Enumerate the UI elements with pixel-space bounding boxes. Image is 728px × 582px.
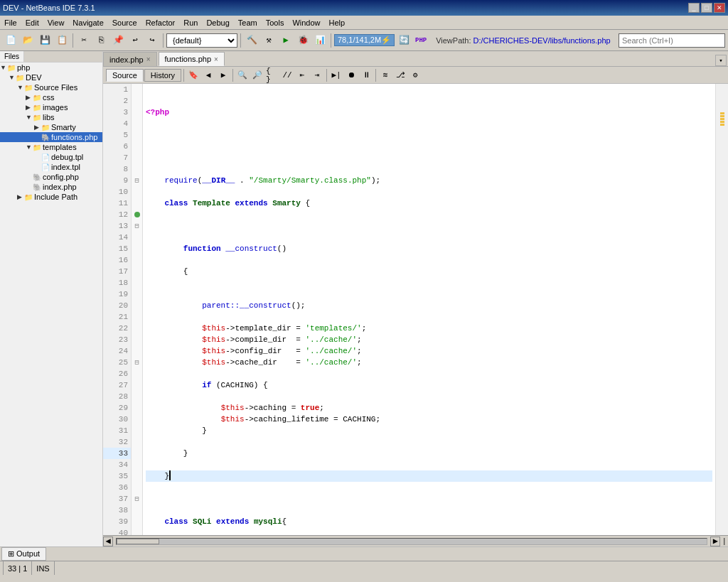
tab-functions-php[interactable]: functions.php × [159, 52, 225, 66]
refresh-button[interactable]: 🔄 [396, 33, 412, 48]
tree-item-templates[interactable]: ▼ 📁templates [0, 142, 102, 152]
code-line-12[interactable] [146, 232, 712, 243]
code-line-29[interactable]: } [146, 425, 712, 436]
menu-refactor[interactable]: Refactor [141, 17, 180, 28]
window-controls[interactable]: _ □ ✕ [688, 3, 725, 13]
toggle-breakpoint-btn[interactable]: ⏺ [344, 69, 358, 82]
toggle-line-bp-btn[interactable]: ⏸ [359, 69, 373, 82]
tree-item-libs[interactable]: ▼ 📁libs [0, 112, 102, 122]
build-button[interactable]: ⚒ [261, 33, 277, 48]
code-line-24[interactable] [146, 368, 712, 379]
tree-item-images[interactable]: ▶ 📁images [0, 102, 102, 112]
match-bracket-btn[interactable]: { } [265, 69, 279, 82]
tree-item-index.tpl[interactable]: 📄index.tpl [0, 162, 102, 172]
code-line-22[interactable]: $this->config_dir = '../cache/'; [146, 345, 712, 357]
horizontal-scrollbar[interactable]: ◀ ▶ | [103, 535, 728, 546]
open-file-button[interactable]: 📂 [20, 33, 36, 48]
next-bookmark-btn[interactable]: ▶ [216, 69, 230, 82]
tree-item-index.php[interactable]: 🐘index.php [0, 182, 102, 192]
toggle-bookmark-btn[interactable]: 🔖 [186, 69, 200, 82]
shift-left-btn[interactable]: ⇤ [295, 69, 309, 82]
run-to-cursor-btn[interactable]: ▶| [329, 69, 343, 82]
tree-item-Source Files[interactable]: ▼ 📁Source Files [0, 82, 102, 92]
maximize-button[interactable]: □ [701, 3, 712, 13]
code-line-11[interactable] [146, 220, 712, 232]
code-editor[interactable]: <?php require(__DIR__ . "/Smarty/Smarty.… [143, 84, 715, 535]
code-line-25[interactable]: if (CACHING) { [146, 379, 712, 391]
menu-edit[interactable]: Edit [21, 17, 43, 28]
code-line-26[interactable] [146, 391, 712, 402]
save-all-button[interactable]: 📋 [54, 33, 70, 48]
code-line-28[interactable]: $this->caching_lifetime = CACHING; [146, 414, 712, 425]
tree-item-debug.tpl[interactable]: 📄debug.tpl [0, 152, 102, 162]
close-index-tab[interactable]: × [146, 55, 151, 63]
code-line-35[interactable] [146, 493, 712, 505]
scroll-right-btn[interactable]: ▶ [710, 537, 720, 546]
fold-btn-37[interactable]: ⊟ [134, 495, 139, 503]
code-line-27[interactable]: $this->caching = true; [146, 402, 712, 414]
history-tab[interactable]: History [144, 69, 181, 82]
prev-bookmark-btn[interactable]: ◀ [201, 69, 215, 82]
hscroll-track[interactable] [116, 538, 707, 545]
code-line-16[interactable] [146, 277, 712, 289]
php-button[interactable]: PHP [413, 33, 429, 48]
menu-navigate[interactable]: Navigate [68, 17, 107, 28]
code-line-8[interactable] [146, 186, 712, 198]
code-line-15[interactable]: { [146, 266, 712, 277]
settings-btn[interactable]: ⚙ [408, 69, 422, 82]
menu-file[interactable]: File [0, 17, 21, 28]
minimize-button[interactable]: _ [688, 3, 700, 13]
fold-btn-13[interactable]: ⊟ [134, 222, 139, 230]
scroll-left-btn[interactable]: ◀ [103, 537, 113, 546]
sidebar-tab-files[interactable]: Files [0, 51, 24, 62]
redo-button[interactable]: ↪ [144, 33, 160, 48]
code-line-6[interactable] [146, 163, 712, 175]
cut-button[interactable]: ✂ [76, 33, 92, 48]
code-line-14[interactable] [146, 254, 712, 266]
shift-right-btn[interactable]: ⇥ [310, 69, 324, 82]
code-line-21[interactable]: $this->compile_dir = '../cache/'; [146, 334, 712, 345]
code-line-32[interactable] [146, 459, 712, 470]
code-line-5[interactable] [146, 152, 712, 163]
code-content[interactable]: <?php require(__DIR__ . "/Smarty/Smarty.… [143, 84, 715, 535]
menu-view[interactable]: View [43, 17, 69, 28]
code-line-36[interactable] [146, 505, 712, 516]
run-button[interactable]: ▶ [278, 33, 294, 48]
code-line-4[interactable] [146, 141, 712, 152]
toggle-comment-btn[interactable]: // [280, 69, 294, 82]
zoom-in-btn[interactable]: 🔎 [250, 69, 264, 82]
close-button[interactable]: ✕ [714, 3, 725, 13]
zoom-out-btn[interactable]: 🔍 [235, 69, 250, 82]
source-tab[interactable]: Source [106, 69, 144, 82]
counter-display[interactable]: 78,1/141,2M⚡ [334, 34, 395, 46]
code-line-2[interactable] [146, 118, 712, 129]
code-line-7[interactable]: require(__DIR__ . "/Smarty/Smarty.class.… [146, 175, 712, 186]
tree-item-css[interactable]: ▶ 📁css [0, 92, 102, 102]
output-tab[interactable]: ⊞ Output [1, 547, 46, 561]
profile-button[interactable]: 📊 [312, 33, 328, 48]
fold-btn-9[interactable]: ⊟ [134, 176, 139, 185]
menu-team[interactable]: Team [234, 17, 262, 28]
tree-item-functions.php[interactable]: 🐘functions.php [0, 132, 102, 142]
clean-button[interactable]: 🔨 [244, 33, 259, 48]
code-line-10[interactable] [146, 209, 712, 220]
new-file-button[interactable]: 📄 [3, 33, 18, 48]
code-line-30[interactable] [146, 436, 712, 448]
menu-window[interactable]: Window [288, 17, 324, 28]
code-line-3[interactable] [146, 129, 712, 141]
hscroll-thumb[interactable] [117, 539, 159, 544]
code-line-34[interactable] [146, 482, 712, 493]
tree-item-Include Path[interactable]: ▶ 📁Include Path [0, 192, 102, 202]
paste-button[interactable]: 📌 [110, 33, 126, 48]
menu-source[interactable]: Source [108, 17, 141, 28]
code-line-19[interactable] [146, 311, 712, 323]
diff-btn[interactable]: ≋ [378, 69, 392, 82]
code-line-33[interactable]: } [146, 470, 712, 482]
tab-index-php[interactable]: index.php × [103, 52, 157, 66]
search-input[interactable] [619, 33, 725, 48]
code-line-18[interactable]: parent::__construct(); [146, 300, 712, 311]
code-line-37[interactable]: class SQLi extends mysqli{ [146, 516, 712, 527]
menu-tools[interactable]: Tools [262, 17, 289, 28]
menu-run[interactable]: Run [179, 17, 202, 28]
code-line-17[interactable] [146, 289, 712, 300]
